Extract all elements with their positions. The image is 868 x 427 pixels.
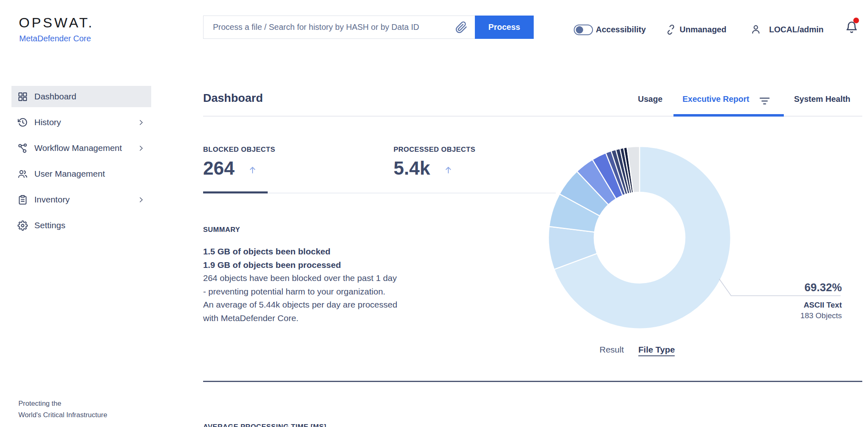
summary-body-line: with MetaDefender Core. [203,312,397,325]
metric-value: 264 [203,159,235,178]
metric-label: BLOCKED OBJECTS [203,146,275,154]
summary-paragraph: 264 objects have been blocked over the p… [203,272,397,325]
summary-bold-lines: 1.5 GB of objects been blocked 1.9 GB of… [203,245,341,272]
unmanaged-label[interactable]: Unmanaged [680,25,726,34]
sidebar-item-dashboard[interactable]: Dashboard [11,86,151,107]
tab-system-health[interactable]: System Health [794,94,850,104]
toggle-knob [576,26,583,34]
accessibility-label[interactable]: Accessibility [596,25,646,34]
page-title: Dashboard [203,92,263,105]
chart-mode-result[interactable]: Result [600,345,624,355]
process-button[interactable]: Process [475,16,534,39]
sidebar-item-settings[interactable]: Settings [11,215,151,236]
trend-up-icon [248,165,257,175]
summary-body-line: 264 objects have been blocked over the p… [203,272,397,285]
user-icon [750,24,761,35]
notification-badge [853,18,859,23]
users-icon [18,169,28,179]
sidebar-item-label: Inventory [34,195,69,205]
metric-blocked-objects[interactable]: BLOCKED OBJECTS 264 [203,146,275,178]
sidebar-item-label: Dashboard [34,92,76,101]
average-processing-time-heading: AVERAGE PROCESSING TIME [MS] [203,423,327,427]
user-label[interactable]: LOCAL/admin [769,25,823,34]
callout-count: 183 Objects [695,311,842,320]
summary-body-line: An average of 5.44k objects per day are … [203,298,397,312]
sidebar-item-label: History [34,117,61,127]
process-search-bar [203,16,475,39]
tab-executive-report[interactable]: Executive Report [682,94,749,104]
filter-icon[interactable] [759,97,770,106]
product-name: MetaDefender Core [19,34,91,43]
callout-label: ASCII Text [695,301,842,310]
accessibility-toggle[interactable] [574,25,593,35]
sidebar-item-user-management[interactable]: User Management [11,163,151,184]
settings-gear-icon [18,220,28,231]
sidebar-item-history[interactable]: History [11,112,151,133]
chevron-right-icon [138,119,145,126]
sidebar-item-label: User Management [34,169,105,179]
paperclip-icon[interactable] [455,21,468,34]
tagline-line1: Protecting the [18,398,107,409]
unlink-icon [665,24,676,35]
metric-processed-objects[interactable]: PROCESSED OBJECTS 5.4k [394,146,475,178]
sidebar-footer-tagline: Protecting the World's Critical Infrastr… [18,398,107,421]
summary-blocked-size: 1.5 GB of objects been blocked [203,245,341,258]
inventory-clipboard-icon [18,195,28,205]
chart-mode-file-type[interactable]: File Type [638,345,675,356]
summary-processed-size: 1.9 GB of objects been processed [203,258,341,272]
sidebar-item-workflow-management[interactable]: Workflow Management [11,137,151,159]
selected-metric-indicator [203,191,268,193]
chevron-right-icon [138,196,145,203]
tab-usage[interactable]: Usage [638,94,662,104]
summary-heading: SUMMARY [203,226,240,234]
trend-up-icon [443,165,453,175]
metric-value: 5.4k [394,159,430,178]
search-input[interactable] [204,16,455,38]
history-icon [18,117,28,128]
opswat-logo: OPSWAT. [19,15,94,31]
metadefender-dashboard: OPSWAT. MetaDefender Core Process Access… [0,0,868,427]
chevron-right-icon [138,145,145,152]
workflow-icon [18,143,28,153]
sidebar-item-inventory[interactable]: Inventory [11,189,151,210]
callout-percent: 69.32% [695,281,842,294]
tagline-line2: World's Critical Infrastructure [18,409,107,421]
metric-label: PROCESSED OBJECTS [394,146,475,154]
dashboard-grid-icon [18,92,28,102]
active-tab-underline [673,114,784,117]
summary-body-line: - preventing potential harm to your orga… [203,285,397,299]
sidebar-item-label: Settings [34,220,65,230]
section-divider [203,381,862,382]
sidebar-item-label: Workflow Management [34,143,122,153]
